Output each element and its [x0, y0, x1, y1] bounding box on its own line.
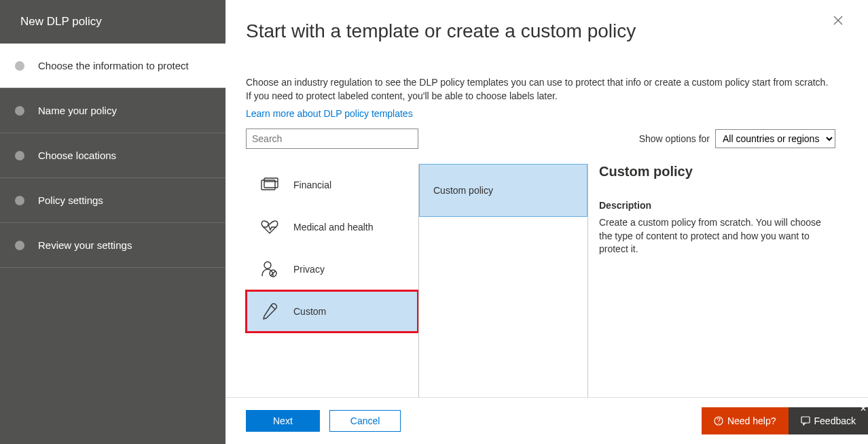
category-column: Financial Medical and health Privacy: [246, 164, 418, 397]
step-bullet-icon: [15, 151, 24, 160]
medical-icon: [261, 218, 278, 236]
show-options-label: Show options for: [639, 133, 710, 144]
wizard-steps: Choose the information to protect Name y…: [0, 44, 225, 268]
template-custom-policy[interactable]: Custom policy: [419, 164, 587, 217]
learn-more-link[interactable]: Learn more about DLP policy templates: [246, 108, 413, 119]
step-bullet-icon: [15, 196, 24, 205]
svg-line-6: [271, 305, 275, 309]
step-review[interactable]: Review your settings: [0, 223, 225, 268]
detail-title: Custom policy: [599, 164, 835, 180]
svg-point-3: [264, 262, 271, 269]
content-scroll[interactable]: Start with a template or create a custom…: [225, 0, 868, 397]
feedback-button[interactable]: Feedback: [789, 407, 868, 434]
privacy-icon: [261, 260, 278, 278]
close-icon: [833, 15, 844, 26]
svg-rect-1: [264, 178, 278, 188]
category-financial[interactable]: Financial: [246, 164, 418, 206]
step-choose-locations[interactable]: Choose locations: [0, 133, 225, 178]
search-input[interactable]: [246, 129, 418, 149]
step-bullet-icon: [15, 61, 24, 71]
controls-row: Show options for All countries or region…: [246, 129, 835, 149]
footer-right: ✕ Need help? Feedback: [702, 407, 868, 434]
template-picker: Financial Medical and health Privacy: [246, 164, 835, 397]
category-label: Privacy: [293, 264, 325, 275]
main-panel: Start with a template or create a custom…: [225, 0, 868, 444]
detail-description-heading: Description: [599, 200, 835, 211]
step-label: Name your policy: [38, 105, 117, 116]
detail-description: Create a custom policy from scratch. You…: [599, 216, 835, 256]
wizard-sidebar: New DLP policy Choose the information to…: [0, 0, 225, 444]
need-help-button[interactable]: Need help?: [702, 407, 789, 434]
svg-rect-9: [801, 417, 810, 423]
sidebar-title: New DLP policy: [0, 0, 225, 44]
help-icon: [714, 416, 723, 426]
show-options: Show options for All countries or region…: [639, 129, 835, 148]
step-policy-settings[interactable]: Policy settings: [0, 178, 225, 223]
step-name-policy[interactable]: Name your policy: [0, 88, 225, 133]
category-label: Custom: [293, 306, 326, 317]
custom-icon: [261, 303, 278, 320]
intro-text: Choose an industry regulation to see the…: [246, 76, 835, 103]
cancel-button[interactable]: Cancel: [329, 410, 401, 432]
next-button[interactable]: Next: [246, 410, 320, 432]
financial-icon: [261, 176, 278, 194]
step-label: Choose locations: [38, 150, 116, 161]
svg-point-8: [718, 423, 719, 424]
step-label: Review your settings: [38, 239, 132, 251]
close-button[interactable]: [833, 15, 844, 28]
detail-column: Custom policy Description Create a custo…: [588, 164, 835, 397]
step-bullet-icon: [15, 106, 24, 116]
category-privacy[interactable]: Privacy: [246, 248, 418, 290]
footer-bar: Next Cancel ✕ Need help? Feedback: [225, 397, 868, 444]
category-label: Financial: [293, 180, 331, 190]
category-label: Medical and health: [293, 222, 374, 233]
template-column: Custom policy: [418, 164, 588, 397]
step-label: Choose the information to protect: [38, 60, 189, 71]
template-label: Custom policy: [433, 185, 493, 196]
help-label: Need help?: [727, 415, 776, 426]
step-label: Policy settings: [38, 194, 103, 206]
step-bullet-icon: [15, 241, 24, 250]
category-medical[interactable]: Medical and health: [246, 206, 418, 248]
feedback-icon: [801, 416, 810, 426]
category-custom[interactable]: Custom: [246, 290, 418, 332]
step-choose-info[interactable]: Choose the information to protect: [0, 44, 225, 88]
page-title: Start with a template or create a custom…: [246, 20, 835, 42]
region-select[interactable]: All countries or regions: [715, 129, 835, 148]
help-panel-close-icon[interactable]: ✕: [860, 405, 867, 413]
feedback-label: Feedback: [814, 415, 856, 426]
